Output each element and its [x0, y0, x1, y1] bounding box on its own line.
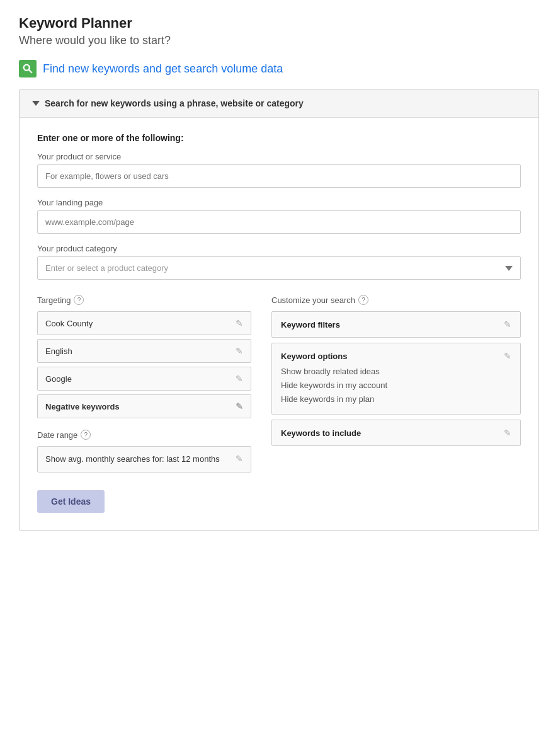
edit-icon-keywords-to-include[interactable]: ✎	[504, 428, 511, 438]
keyword-option-1: Show broadly related ideas	[281, 365, 511, 379]
targeting-item-english[interactable]: English ✎	[37, 339, 251, 363]
page-title: Keyword Planner	[19, 15, 539, 32]
card-header-text: Search for new keywords using a phrase, …	[45, 98, 304, 108]
edit-icon-cook-county[interactable]: ✎	[236, 318, 243, 328]
get-ideas-button[interactable]: Get Ideas	[37, 490, 105, 513]
edit-icon-keyword-filters[interactable]: ✎	[504, 319, 511, 329]
date-range-item[interactable]: Show avg. monthly searches for: last 12 …	[37, 446, 251, 472]
keyword-options-body: Show broadly related ideas Hide keywords…	[281, 365, 511, 406]
keyword-filters-header: Keyword filters ✎	[281, 319, 511, 329]
keyword-options-item[interactable]: Keyword options ✎ Show broadly related i…	[271, 343, 521, 415]
keyword-option-2: Hide keywords in my account	[281, 379, 511, 392]
targeting-item-label: Cook County	[45, 319, 93, 328]
two-col-section: Targeting ? Cook County ✎ English ✎ Goog…	[37, 295, 521, 513]
targeting-label: Targeting ?	[37, 295, 251, 305]
keyword-options-header: Keyword options ✎	[281, 351, 511, 361]
customize-label: Customize your search ?	[271, 295, 521, 305]
targeting-item-label: Negative keywords	[45, 402, 120, 411]
card-header[interactable]: Search for new keywords using a phrase, …	[20, 89, 538, 118]
find-keywords-text: Find new keywords and get search volume …	[43, 62, 283, 76]
targeting-help-icon[interactable]: ?	[74, 295, 84, 305]
main-card: Search for new keywords using a phrase, …	[19, 89, 539, 531]
targeting-section: Targeting ? Cook County ✎ English ✎ Goog…	[37, 295, 251, 513]
collapse-triangle-icon	[32, 101, 40, 106]
keywords-to-include-title: Keywords to include	[281, 428, 361, 438]
category-label: Your product category	[37, 244, 521, 253]
form-section-title: Enter one or more of the following:	[37, 133, 521, 143]
find-keywords-link[interactable]: Find new keywords and get search volume …	[19, 60, 539, 77]
edit-icon-english[interactable]: ✎	[236, 346, 243, 356]
edit-icon-date-range[interactable]: ✎	[236, 453, 243, 466]
targeting-item-negative-keywords[interactable]: Negative keywords ✎	[37, 394, 251, 418]
date-range-text: Show avg. monthly searches for: last 12 …	[45, 454, 220, 465]
edit-icon-negative-keywords[interactable]: ✎	[236, 401, 243, 411]
keywords-to-include-header: Keywords to include ✎	[281, 428, 511, 438]
edit-icon-keyword-options[interactable]: ✎	[504, 351, 511, 361]
customize-section: Customize your search ? Keyword filters …	[271, 295, 521, 513]
keyword-filters-item[interactable]: Keyword filters ✎	[271, 311, 521, 338]
svg-line-1	[29, 70, 32, 73]
keyword-filters-title: Keyword filters	[281, 320, 340, 329]
keyword-option-3: Hide keywords in my plan	[281, 392, 511, 406]
product-input[interactable]	[37, 164, 521, 188]
keywords-to-include-item[interactable]: Keywords to include ✎	[271, 420, 521, 446]
product-label: Your product or service	[37, 152, 521, 161]
targeting-item-google[interactable]: Google ✎	[37, 367, 251, 391]
date-range-help-icon[interactable]: ?	[81, 430, 91, 440]
category-select[interactable]: Enter or select a product category	[37, 256, 521, 280]
card-body: Enter one or more of the following: Your…	[20, 118, 538, 530]
landing-label: Your landing page	[37, 198, 521, 207]
search-icon	[19, 60, 37, 77]
targeting-item-label: Google	[45, 374, 72, 384]
date-range-label: Date range ?	[37, 430, 251, 440]
landing-input[interactable]	[37, 210, 521, 234]
targeting-item-cook-county[interactable]: Cook County ✎	[37, 311, 251, 335]
edit-icon-google[interactable]: ✎	[236, 374, 243, 384]
targeting-item-label: English	[45, 346, 72, 356]
keyword-options-title: Keyword options	[281, 352, 347, 361]
customize-help-icon[interactable]: ?	[358, 295, 368, 305]
page-subtitle: Where would you like to start?	[19, 34, 539, 47]
date-range-section: Date range ? Show avg. monthly searches …	[37, 430, 251, 472]
